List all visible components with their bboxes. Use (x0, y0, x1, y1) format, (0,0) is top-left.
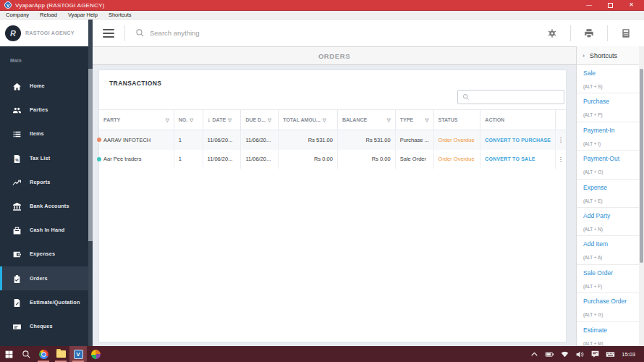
filter-icon[interactable]: ▽ (228, 117, 232, 123)
sidebar-item-cheques[interactable]: Cheques (0, 314, 88, 338)
column-header-type[interactable]: TYPE ▽ (396, 110, 434, 130)
sidebar-item-expenses[interactable]: Expenses (0, 242, 88, 266)
menu-vyapar-help[interactable]: Vyapar Help (68, 12, 98, 18)
chevron-up-icon (530, 350, 539, 359)
column-header-action[interactable]: ACTION (480, 110, 556, 130)
table-search-input[interactable] (473, 94, 556, 101)
taskbar-vyapar-button[interactable]: V (69, 346, 87, 362)
windows-taskbar: V 15:03 (0, 346, 644, 362)
taskbar-clock[interactable]: 15:03 (619, 351, 640, 358)
sidebar-item-estimate-quotation[interactable]: Estimate/Quotation (0, 290, 88, 314)
sidebar-item-tax-list[interactable]: % Tax List (0, 146, 88, 170)
column-header-status[interactable]: STATUS (434, 110, 481, 130)
minimize-button[interactable]: — (586, 2, 592, 8)
filter-icon[interactable]: ▽ (323, 117, 326, 123)
filter-icon[interactable]: ▽ (190, 117, 193, 123)
menu-company[interactable]: Company (6, 12, 29, 18)
panel-title: TRANSACTIONS (109, 80, 161, 87)
search-icon (135, 28, 145, 38)
shortcut-sale[interactable]: Sale (ALT + S) (577, 65, 639, 93)
sidebar-item-items[interactable]: Items (0, 122, 88, 146)
shortcuts-header[interactable]: › Shortcuts (577, 46, 639, 65)
shortcut-purchase[interactable]: Purchase (ALT + P) (577, 93, 639, 122)
shortcut-expense[interactable]: Expense (ALT + E) (577, 180, 639, 208)
convert-to-purchase-link[interactable]: CONVERT TO PURCHASE (485, 138, 551, 143)
column-header-balance[interactable]: BALANCE ▽ (338, 110, 396, 130)
cell-type: Sale Order (396, 150, 434, 169)
filter-icon[interactable]: ▽ (166, 117, 169, 123)
hamburger-menu-icon[interactable] (103, 29, 114, 38)
tray-network[interactable] (558, 346, 572, 362)
print-button[interactable] (571, 28, 607, 38)
taskbar-search-button[interactable] (17, 346, 35, 362)
filter-icon[interactable]: ▽ (387, 117, 391, 123)
settings-button[interactable] (534, 28, 570, 38)
gear-icon (547, 28, 557, 38)
taskbar-explorer-button[interactable] (52, 346, 69, 362)
people-icon (12, 105, 22, 114)
sidebar-item-parties[interactable]: Parties (0, 98, 88, 122)
cell-balance: Rs 0.00 (338, 150, 396, 169)
shortcut-payment-in[interactable]: Payment-In (ALT + I) (577, 122, 639, 151)
menu-bar: Company Reload Vyapar Help Shortcuts (0, 11, 644, 20)
shortcut-purchase-order[interactable]: Purchase Order (ALT + G) (577, 293, 639, 321)
convert-to-sale-link[interactable]: CONVERT TO SALE (485, 156, 535, 161)
filter-icon[interactable]: ▽ (268, 117, 271, 123)
maximize-button[interactable] (608, 3, 613, 8)
taskbar-chrome-button[interactable] (35, 346, 52, 362)
taskbar-app-button[interactable] (87, 346, 104, 362)
column-header-total-amount[interactable]: TOTAL AMOU... ▽ (279, 110, 338, 130)
search-icon (22, 350, 31, 359)
estimate-document-icon (12, 298, 22, 307)
clipboard-check-icon (12, 274, 22, 283)
tray-expand-button[interactable] (528, 346, 541, 362)
company-header: R RASTOGI AGENCY (0, 20, 88, 46)
sidebar-item-partial[interactable] (0, 338, 88, 346)
cell-no: 1 (174, 150, 203, 169)
column-header-party[interactable]: PARTY ▽ (99, 110, 174, 130)
printer-icon (584, 28, 594, 38)
tray-notifications[interactable] (588, 346, 602, 362)
cell-date: 11/06/20... (203, 150, 242, 169)
notification-bubble-icon (590, 350, 600, 359)
sidebar-item-reports[interactable]: Reports (0, 170, 88, 194)
sidebar-item-cash-in-hand[interactable]: Cash In Hand (0, 218, 88, 242)
list-icon (12, 129, 22, 138)
global-search-input[interactable] (150, 29, 367, 37)
tray-volume[interactable] (573, 346, 587, 362)
cell-total-amount: Rs 0.00 (279, 150, 338, 169)
close-button[interactable]: ✕ (629, 2, 634, 8)
shortcut-add-party[interactable]: Add Party (ALT + N) (577, 208, 639, 236)
divider (124, 25, 125, 41)
sidebar-item-bank-accounts[interactable]: Bank Accounts (0, 194, 88, 218)
column-header-due-date[interactable]: DUE D... ▽ (241, 110, 279, 130)
shortcut-sale-order[interactable]: Sale Order (ALT + F) (577, 265, 639, 293)
table-search-box[interactable] (457, 90, 564, 104)
window-title: VyaparApp (RASTOGI AGENCY) (15, 2, 104, 9)
shortcuts-scrollbar-thumb[interactable] (640, 69, 643, 263)
shortcut-add-item[interactable]: Add Item (ALT + A) (577, 236, 639, 264)
cheque-icon (12, 321, 22, 331)
calculator-button[interactable] (608, 28, 644, 38)
kebab-menu-icon[interactable]: ⋮ (558, 156, 564, 163)
top-bar (93, 20, 644, 46)
sidebar-item-orders[interactable]: Orders (0, 266, 88, 290)
global-search[interactable] (135, 28, 534, 38)
tray-keyboard[interactable] (603, 346, 617, 362)
sidebar-item-home[interactable]: Home (0, 74, 88, 98)
filter-icon[interactable]: ▽ (425, 117, 429, 123)
table-row[interactable]: AARAV INFOTECH 1 11/06/20... 11/06/20...… (99, 130, 566, 150)
menu-reload[interactable]: Reload (40, 12, 57, 18)
menu-shortcuts[interactable]: Shortcuts (109, 12, 132, 18)
tray-battery[interactable] (543, 346, 556, 362)
column-header-date[interactable]: ↓ DATE ▽ (203, 110, 242, 130)
shortcut-payment-out[interactable]: Payment-Out (ALT + O) (577, 151, 639, 179)
start-button[interactable] (0, 346, 17, 362)
cell-party: Aar Pee traders (99, 150, 174, 169)
table-row[interactable]: Aar Pee traders 1 11/06/20... 11/06/20..… (99, 150, 566, 169)
calculator-icon (621, 28, 631, 38)
kebab-menu-icon[interactable]: ⋮ (558, 136, 564, 143)
column-header-no[interactable]: NO. ▽ (174, 110, 203, 130)
bank-icon (12, 201, 22, 211)
cash-box-icon (12, 225, 22, 235)
